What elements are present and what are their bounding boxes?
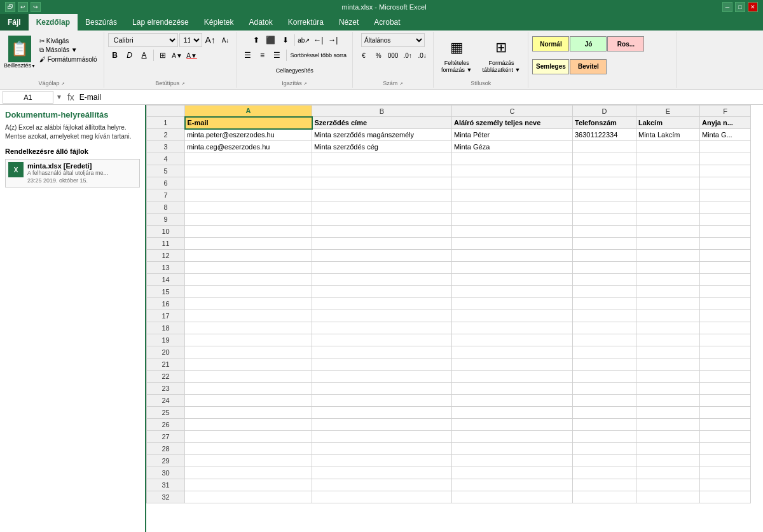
- cell-E19[interactable]: [636, 334, 700, 346]
- cell-B6[interactable]: [312, 177, 452, 189]
- spreadsheet-area[interactable]: A B C D E F 1 E-mail Szerződés címe Aláí…: [146, 105, 763, 532]
- cell-d3[interactable]: [573, 141, 636, 153]
- cell-F25[interactable]: [700, 407, 751, 419]
- cell-F28[interactable]: [700, 443, 751, 455]
- cell-A16[interactable]: [185, 298, 312, 310]
- menu-tab-acrobat[interactable]: Acrobat: [366, 14, 408, 31]
- number-format-selector[interactable]: Általános: [361, 33, 425, 47]
- cell-C32[interactable]: [452, 491, 573, 503]
- cell-A32[interactable]: [185, 491, 312, 503]
- cell-C20[interactable]: [452, 346, 573, 358]
- cell-C14[interactable]: [452, 274, 573, 286]
- cell-A10[interactable]: [185, 226, 312, 238]
- cell-B16[interactable]: [312, 298, 452, 310]
- cell-B31[interactable]: [312, 479, 452, 491]
- cell-E20[interactable]: [636, 346, 700, 358]
- cell-D5[interactable]: [573, 165, 636, 177]
- cell-F26[interactable]: [700, 419, 751, 431]
- cell-A6[interactable]: [185, 177, 312, 189]
- undo-button[interactable]: ↩: [18, 2, 28, 12]
- cell-A15[interactable]: [185, 286, 312, 298]
- cell-a2[interactable]: minta.peter@eszerzodes.hu: [185, 129, 312, 141]
- cell-B9[interactable]: [312, 214, 452, 226]
- cell-A21[interactable]: [185, 358, 312, 371]
- cell-F8[interactable]: [700, 201, 751, 214]
- cell-D25[interactable]: [573, 407, 636, 419]
- cell-C26[interactable]: [452, 419, 573, 431]
- menu-tab-fajl[interactable]: Fájl: [0, 14, 29, 31]
- decrease-decimal-button[interactable]: .0↓: [415, 48, 429, 62]
- cell-D15[interactable]: [573, 286, 636, 298]
- cell-B23[interactable]: [312, 383, 452, 395]
- cell-C11[interactable]: [452, 238, 573, 250]
- cell-B11[interactable]: [312, 238, 452, 250]
- cell-c1[interactable]: Aláíró személy teljes neve: [452, 117, 573, 129]
- cell-E13[interactable]: [636, 262, 700, 274]
- cell-C12[interactable]: [452, 250, 573, 262]
- cell-F30[interactable]: [700, 467, 751, 479]
- cell-D31[interactable]: [573, 479, 636, 491]
- cell-A20[interactable]: [185, 346, 312, 358]
- minimize-win-button[interactable]: ─: [722, 2, 732, 12]
- cell-F15[interactable]: [700, 286, 751, 298]
- cell-F32[interactable]: [700, 491, 751, 503]
- cell-d2[interactable]: 36301122334: [573, 129, 636, 141]
- cell-e1[interactable]: Lakcím: [636, 117, 700, 129]
- cell-F13[interactable]: [700, 262, 751, 274]
- style-jo-button[interactable]: Jó: [570, 36, 607, 51]
- wrap-text-button[interactable]: Sortöréssel több sorra: [289, 48, 349, 62]
- cell-F27[interactable]: [700, 431, 751, 443]
- cell-C23[interactable]: [452, 383, 573, 395]
- align-center-button[interactable]: ≡: [256, 48, 270, 62]
- style-normal-button[interactable]: Normál: [532, 36, 569, 51]
- cell-F23[interactable]: [700, 383, 751, 395]
- window-controls[interactable]: 🗗 ↩ ↪: [5, 2, 41, 12]
- col-header-d[interactable]: D: [573, 106, 636, 117]
- cell-E28[interactable]: [636, 443, 700, 455]
- cell-A26[interactable]: [185, 419, 312, 431]
- cell-F6[interactable]: [700, 177, 751, 189]
- cell-b2[interactable]: Minta szerződés magánszemély: [312, 129, 452, 141]
- menu-tab-korrektúra[interactable]: Korrektúra: [280, 14, 331, 31]
- cell-E7[interactable]: [636, 189, 700, 201]
- cell-A24[interactable]: [185, 395, 312, 407]
- cell-A30[interactable]: [185, 467, 312, 479]
- cell-a3[interactable]: minta.ceg@eszerzodes.hu: [185, 141, 312, 153]
- cell-B8[interactable]: [312, 201, 452, 214]
- cell-B4[interactable]: [312, 153, 452, 165]
- cell-A27[interactable]: [185, 431, 312, 443]
- style-rosz-button[interactable]: Ros...: [607, 36, 644, 51]
- bold-button[interactable]: B: [108, 48, 122, 62]
- cell-B19[interactable]: [312, 334, 452, 346]
- cell-A11[interactable]: [185, 238, 312, 250]
- cell-A8[interactable]: [185, 201, 312, 214]
- cell-F5[interactable]: [700, 165, 751, 177]
- cell-D6[interactable]: [573, 177, 636, 189]
- cell-D12[interactable]: [573, 250, 636, 262]
- formula-input[interactable]: [79, 91, 760, 104]
- menu-tab-beszuras[interactable]: Beszúrás: [78, 14, 125, 31]
- cell-C27[interactable]: [452, 431, 573, 443]
- cell-D29[interactable]: [573, 455, 636, 467]
- cell-B28[interactable]: [312, 443, 452, 455]
- cell-F24[interactable]: [700, 395, 751, 407]
- cell-D19[interactable]: [573, 334, 636, 346]
- copy-button[interactable]: ⧉ Másolás ▼: [37, 46, 100, 55]
- format-as-table-button[interactable]: ⊞ Formázástáblázatként ▼: [479, 36, 525, 75]
- cell-D23[interactable]: [573, 383, 636, 395]
- cell-D8[interactable]: [573, 201, 636, 214]
- align-left-button[interactable]: ☰: [241, 48, 255, 62]
- paste-button[interactable]: 📋 Beillesztés ▼: [4, 36, 36, 69]
- cell-C17[interactable]: [452, 310, 573, 322]
- cell-D24[interactable]: [573, 395, 636, 407]
- cell-c2[interactable]: Minta Péter: [452, 129, 573, 141]
- increase-font-button[interactable]: A↑: [203, 33, 217, 47]
- cell-B24[interactable]: [312, 395, 452, 407]
- cell-A18[interactable]: [185, 322, 312, 334]
- cell-D9[interactable]: [573, 214, 636, 226]
- cell-C30[interactable]: [452, 467, 573, 479]
- cell-B32[interactable]: [312, 491, 452, 503]
- cell-b1[interactable]: Szerződés címe: [312, 117, 452, 129]
- cell-e2[interactable]: Minta Lakcím: [636, 129, 700, 141]
- cell-D21[interactable]: [573, 358, 636, 371]
